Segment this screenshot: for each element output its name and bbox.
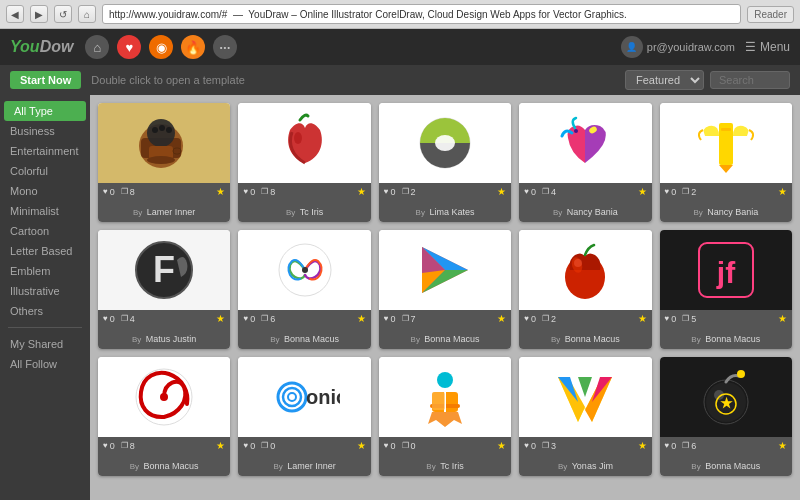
card-footer: ♥0 ❐2 ★ — [660, 183, 792, 200]
nav-heart-icon[interactable]: ♥ — [117, 35, 141, 59]
logo-svg — [410, 235, 480, 305]
like-stat: ♥0 — [243, 187, 255, 197]
copy-stat: ❐ 8 — [121, 187, 135, 197]
star-icon[interactable]: ★ — [357, 313, 366, 324]
menu-button[interactable]: ☰ Menu — [745, 40, 790, 54]
sidebar-item-entertainment[interactable]: Entertainment — [0, 141, 90, 161]
sidebar-item-letterbased[interactable]: Letter Based — [0, 241, 90, 261]
home-nav-button[interactable]: ⌂ — [78, 5, 96, 23]
card-stats: ♥0 ❐8 — [243, 187, 275, 197]
sidebar-item-colorful[interactable]: Colorful — [0, 161, 90, 181]
sidebar-item-myshared[interactable]: My Shared — [0, 334, 90, 354]
refresh-button[interactable]: ↺ — [54, 5, 72, 23]
copy-stat: ❐4 — [542, 187, 556, 197]
card-author: Bonna Macus — [284, 334, 339, 344]
template-card[interactable]: ♥0 ❐4 ★ By Nancy Bania — [519, 103, 651, 222]
card-stats: ♥0 ❐2 — [524, 314, 556, 324]
nav-orange-icon[interactable]: ◉ — [149, 35, 173, 59]
search-input[interactable] — [710, 71, 790, 89]
sidebar-item-alltype[interactable]: All Type — [4, 101, 86, 121]
sidebar-item-mono[interactable]: Mono — [0, 181, 90, 201]
sidebar-divider — [8, 327, 82, 328]
template-card[interactable]: jf ♥0 ❐5 ★ By Bonna Macus — [660, 230, 792, 349]
copy-stat: ❐6 — [261, 314, 275, 324]
card-preview — [519, 103, 651, 183]
sidebar-item-others[interactable]: Others — [0, 301, 90, 321]
browser-chrome: ◀ ▶ ↺ ⌂ Reader — [0, 0, 800, 29]
card-author: Bonna Macus — [565, 334, 620, 344]
template-card[interactable]: ♥0 ❐3 ★ By Yonas Jim — [519, 357, 651, 476]
featured-select[interactable]: Featured — [625, 70, 704, 90]
sidebar-item-illustrative[interactable]: Illustrative — [0, 281, 90, 301]
like-stat: ♥0 — [665, 314, 677, 324]
star-icon[interactable]: ★ — [497, 440, 506, 451]
svg-text:F: F — [153, 249, 175, 290]
sidebar-item-emblem[interactable]: Emblem — [0, 261, 90, 281]
back-button[interactable]: ◀ — [6, 5, 24, 23]
card-preview — [98, 357, 230, 437]
template-card[interactable]: ♥0 ❐2 ★ By Nancy Bania — [660, 103, 792, 222]
star-icon[interactable]: ★ — [216, 440, 225, 451]
star-icon[interactable]: ★ — [357, 186, 366, 197]
star-icon[interactable]: ★ — [638, 313, 647, 324]
nav-fire-icon[interactable]: 🔥 — [181, 35, 205, 59]
star-icon[interactable]: ★ — [778, 440, 787, 451]
copy-icon: ❐ — [402, 314, 409, 323]
card-stats: ♥0 ❐6 — [243, 314, 275, 324]
star-icon[interactable]: ★ — [497, 186, 506, 197]
template-card[interactable]: ★ ♥0 ❐6 ★ By Bonna Macus — [660, 357, 792, 476]
svg-point-2 — [147, 119, 175, 147]
forward-button[interactable]: ▶ — [30, 5, 48, 23]
template-card[interactable]: ♥0 ❐8 ★ By Tc Iris — [238, 103, 370, 222]
template-card[interactable]: ♥0 ❐0 ★ By Tc Iris — [379, 357, 511, 476]
card-footer: ♥0 ❐0 ★ — [238, 437, 370, 454]
template-card[interactable]: onion ♥0 ❐0 ★ By Lamer Inner — [238, 357, 370, 476]
svg-point-3 — [152, 127, 158, 133]
heart-icon: ♥ — [103, 441, 108, 450]
like-stat: ♥0 — [524, 314, 536, 324]
like-stat: ♥0 — [384, 314, 396, 324]
start-now-button[interactable]: Start Now — [10, 71, 81, 89]
card-stats: ♥0 ❐5 — [665, 314, 697, 324]
template-card[interactable]: ♥0 ❐6 ★ By Bonna Macus — [238, 230, 370, 349]
template-card[interactable]: ♥ 0 ❐ 8 ★ By Lamer Inner — [98, 103, 230, 222]
card-footer: ♥0 ❐6 ★ — [660, 437, 792, 454]
card-author: Bonna Macus — [705, 334, 760, 344]
sidebar-item-business[interactable]: Business — [0, 121, 90, 141]
copy-icon: ❐ — [542, 314, 549, 323]
template-card[interactable]: ♥0 ❐7 ★ By Bonna Macus — [379, 230, 511, 349]
star-icon[interactable]: ★ — [638, 186, 647, 197]
template-card[interactable]: F ♥0 ❐4 ★ By Matus Justin — [98, 230, 230, 349]
star-icon[interactable]: ★ — [638, 440, 647, 451]
reader-button[interactable]: Reader — [747, 6, 794, 23]
sidebar-item-cartoon[interactable]: Cartoon — [0, 221, 90, 241]
nav-dots-icon[interactable]: ••• — [213, 35, 237, 59]
card-footer: ♥0 ❐2 ★ — [379, 183, 511, 200]
like-stat: ♥0 — [524, 441, 536, 451]
svg-text:★: ★ — [719, 395, 732, 411]
copy-stat: ❐5 — [682, 314, 696, 324]
copy-icon: ❐ — [261, 314, 268, 323]
star-icon[interactable]: ★ — [778, 186, 787, 197]
copy-stat: ❐2 — [402, 187, 416, 197]
like-stat: ♥0 — [384, 441, 396, 451]
nav-home-icon[interactable]: ⌂ — [85, 35, 109, 59]
sidebar-item-allfollow[interactable]: All Follow — [0, 354, 90, 374]
sidebar-item-minimalist[interactable]: Minimalist — [0, 201, 90, 221]
card-stats: ♥0 ❐0 — [243, 441, 275, 451]
logo-svg: ★ — [691, 362, 761, 432]
template-card[interactable]: ♥0 ❐2 ★ By Lima Kates — [379, 103, 511, 222]
star-icon[interactable]: ★ — [357, 440, 366, 451]
card-author: Nancy Bania — [707, 207, 758, 217]
card-preview: jf — [660, 230, 792, 310]
star-icon[interactable]: ★ — [497, 313, 506, 324]
star-icon[interactable]: ★ — [778, 313, 787, 324]
template-card[interactable]: ♥0 ❐8 ★ By Bonna Macus — [98, 357, 230, 476]
address-bar[interactable] — [102, 4, 741, 24]
star-icon[interactable]: ★ — [216, 313, 225, 324]
template-card[interactable]: ♥0 ❐2 ★ By Bonna Macus — [519, 230, 651, 349]
logo-svg — [410, 108, 480, 178]
star-icon[interactable]: ★ — [216, 186, 225, 197]
copy-icon: ❐ — [682, 441, 689, 450]
svg-point-30 — [574, 259, 582, 267]
